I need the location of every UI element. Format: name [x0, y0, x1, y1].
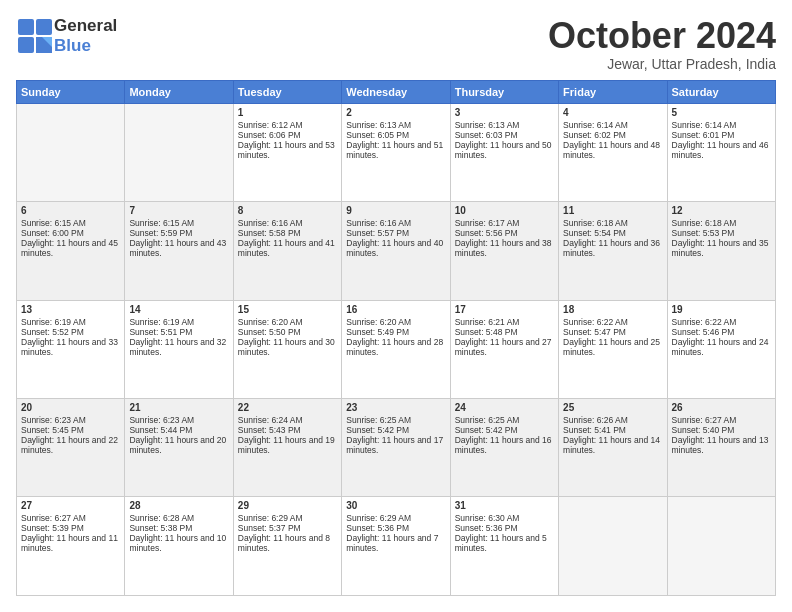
day-info: Sunrise: 6:27 AM	[21, 513, 120, 523]
day-info: Daylight: 11 hours and 51 minutes.	[346, 140, 445, 160]
day-info: Sunrise: 6:16 AM	[238, 218, 337, 228]
day-info: Daylight: 11 hours and 36 minutes.	[563, 238, 662, 258]
day-info: Sunrise: 6:20 AM	[238, 317, 337, 327]
day-info: Daylight: 11 hours and 48 minutes.	[563, 140, 662, 160]
day-number: 12	[672, 205, 771, 216]
table-row: 23Sunrise: 6:25 AMSunset: 5:42 PMDayligh…	[342, 399, 450, 497]
logo: General Blue	[16, 16, 117, 56]
day-info: Sunset: 6:05 PM	[346, 130, 445, 140]
day-info: Sunrise: 6:29 AM	[238, 513, 337, 523]
svg-rect-2	[18, 37, 34, 53]
day-info: Sunrise: 6:22 AM	[563, 317, 662, 327]
day-info: Daylight: 11 hours and 32 minutes.	[129, 337, 228, 357]
day-info: Daylight: 11 hours and 11 minutes.	[21, 533, 120, 553]
col-friday: Friday	[559, 80, 667, 103]
day-info: Sunset: 5:36 PM	[455, 523, 554, 533]
day-info: Daylight: 11 hours and 22 minutes.	[21, 435, 120, 455]
day-info: Daylight: 11 hours and 14 minutes.	[563, 435, 662, 455]
table-row	[125, 103, 233, 201]
day-info: Sunrise: 6:21 AM	[455, 317, 554, 327]
table-row: 28Sunrise: 6:28 AMSunset: 5:38 PMDayligh…	[125, 497, 233, 596]
day-info: Sunrise: 6:23 AM	[21, 415, 120, 425]
day-info: Sunset: 5:40 PM	[672, 425, 771, 435]
location: Jewar, Uttar Pradesh, India	[548, 56, 776, 72]
day-info: Daylight: 11 hours and 7 minutes.	[346, 533, 445, 553]
day-info: Sunset: 6:00 PM	[21, 228, 120, 238]
table-row: 13Sunrise: 6:19 AMSunset: 5:52 PMDayligh…	[17, 300, 125, 398]
calendar-week-row: 1Sunrise: 6:12 AMSunset: 6:06 PMDaylight…	[17, 103, 776, 201]
day-info: Sunset: 5:58 PM	[238, 228, 337, 238]
page: General Blue October 2024 Jewar, Uttar P…	[0, 0, 792, 612]
day-info: Daylight: 11 hours and 45 minutes.	[21, 238, 120, 258]
day-info: Daylight: 11 hours and 24 minutes.	[672, 337, 771, 357]
table-row: 11Sunrise: 6:18 AMSunset: 5:54 PMDayligh…	[559, 202, 667, 300]
table-row: 30Sunrise: 6:29 AMSunset: 5:36 PMDayligh…	[342, 497, 450, 596]
table-row: 25Sunrise: 6:26 AMSunset: 5:41 PMDayligh…	[559, 399, 667, 497]
table-row: 31Sunrise: 6:30 AMSunset: 5:36 PMDayligh…	[450, 497, 558, 596]
day-info: Sunrise: 6:12 AM	[238, 120, 337, 130]
day-info: Daylight: 11 hours and 53 minutes.	[238, 140, 337, 160]
table-row: 29Sunrise: 6:29 AMSunset: 5:37 PMDayligh…	[233, 497, 341, 596]
day-info: Daylight: 11 hours and 38 minutes.	[455, 238, 554, 258]
svg-rect-1	[36, 19, 52, 35]
table-row: 4Sunrise: 6:14 AMSunset: 6:02 PMDaylight…	[559, 103, 667, 201]
table-row: 18Sunrise: 6:22 AMSunset: 5:47 PMDayligh…	[559, 300, 667, 398]
day-info: Sunset: 6:03 PM	[455, 130, 554, 140]
day-info: Sunrise: 6:20 AM	[346, 317, 445, 327]
day-number: 21	[129, 402, 228, 413]
day-number: 23	[346, 402, 445, 413]
day-info: Sunrise: 6:15 AM	[21, 218, 120, 228]
day-info: Sunrise: 6:19 AM	[129, 317, 228, 327]
day-info: Daylight: 11 hours and 33 minutes.	[21, 337, 120, 357]
day-info: Daylight: 11 hours and 46 minutes.	[672, 140, 771, 160]
day-number: 5	[672, 107, 771, 118]
table-row: 19Sunrise: 6:22 AMSunset: 5:46 PMDayligh…	[667, 300, 775, 398]
day-info: Daylight: 11 hours and 10 minutes.	[129, 533, 228, 553]
day-info: Sunset: 5:53 PM	[672, 228, 771, 238]
day-info: Sunset: 5:45 PM	[21, 425, 120, 435]
day-info: Sunrise: 6:16 AM	[346, 218, 445, 228]
day-info: Sunrise: 6:24 AM	[238, 415, 337, 425]
day-info: Daylight: 11 hours and 17 minutes.	[346, 435, 445, 455]
day-number: 1	[238, 107, 337, 118]
day-number: 22	[238, 402, 337, 413]
table-row: 15Sunrise: 6:20 AMSunset: 5:50 PMDayligh…	[233, 300, 341, 398]
day-info: Daylight: 11 hours and 20 minutes.	[129, 435, 228, 455]
table-row: 6Sunrise: 6:15 AMSunset: 6:00 PMDaylight…	[17, 202, 125, 300]
calendar-week-row: 13Sunrise: 6:19 AMSunset: 5:52 PMDayligh…	[17, 300, 776, 398]
table-row: 24Sunrise: 6:25 AMSunset: 5:42 PMDayligh…	[450, 399, 558, 497]
table-row: 21Sunrise: 6:23 AMSunset: 5:44 PMDayligh…	[125, 399, 233, 497]
day-info: Sunrise: 6:15 AM	[129, 218, 228, 228]
day-info: Sunset: 5:37 PM	[238, 523, 337, 533]
day-info: Daylight: 11 hours and 8 minutes.	[238, 533, 337, 553]
day-number: 11	[563, 205, 662, 216]
day-info: Sunrise: 6:19 AM	[21, 317, 120, 327]
table-row: 17Sunrise: 6:21 AMSunset: 5:48 PMDayligh…	[450, 300, 558, 398]
table-row	[559, 497, 667, 596]
day-number: 31	[455, 500, 554, 511]
day-info: Sunrise: 6:29 AM	[346, 513, 445, 523]
col-wednesday: Wednesday	[342, 80, 450, 103]
day-info: Sunset: 5:48 PM	[455, 327, 554, 337]
day-info: Sunrise: 6:13 AM	[455, 120, 554, 130]
table-row: 2Sunrise: 6:13 AMSunset: 6:05 PMDaylight…	[342, 103, 450, 201]
day-info: Sunset: 6:06 PM	[238, 130, 337, 140]
title-block: October 2024 Jewar, Uttar Pradesh, India	[548, 16, 776, 72]
table-row	[17, 103, 125, 201]
day-info: Daylight: 11 hours and 28 minutes.	[346, 337, 445, 357]
day-info: Sunset: 5:52 PM	[21, 327, 120, 337]
day-number: 17	[455, 304, 554, 315]
day-number: 15	[238, 304, 337, 315]
day-info: Sunset: 5:42 PM	[346, 425, 445, 435]
day-info: Sunset: 5:47 PM	[563, 327, 662, 337]
day-info: Sunrise: 6:26 AM	[563, 415, 662, 425]
table-row: 7Sunrise: 6:15 AMSunset: 5:59 PMDaylight…	[125, 202, 233, 300]
calendar-header-row: Sunday Monday Tuesday Wednesday Thursday…	[17, 80, 776, 103]
day-info: Sunset: 5:43 PM	[238, 425, 337, 435]
day-info: Sunset: 5:49 PM	[346, 327, 445, 337]
table-row: 20Sunrise: 6:23 AMSunset: 5:45 PMDayligh…	[17, 399, 125, 497]
day-number: 30	[346, 500, 445, 511]
day-info: Sunrise: 6:27 AM	[672, 415, 771, 425]
day-info: Sunrise: 6:14 AM	[672, 120, 771, 130]
day-info: Daylight: 11 hours and 19 minutes.	[238, 435, 337, 455]
